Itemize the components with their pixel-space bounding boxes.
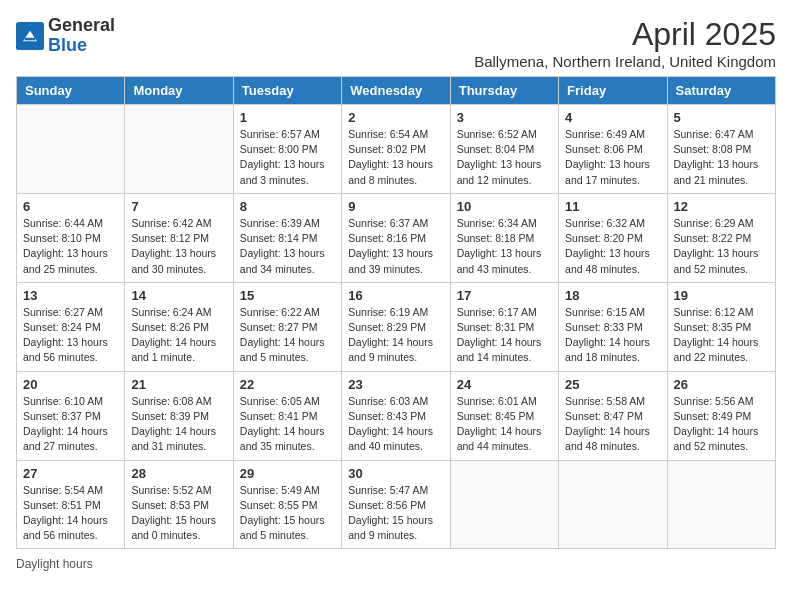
month-title: April 2025 [474, 16, 776, 53]
day-info: Sunrise: 6:01 AMSunset: 8:45 PMDaylight:… [457, 394, 552, 455]
calendar-week-row: 13Sunrise: 6:27 AMSunset: 8:24 PMDayligh… [17, 282, 776, 371]
day-info: Sunrise: 6:49 AMSunset: 8:06 PMDaylight:… [565, 127, 660, 188]
day-number: 6 [23, 199, 118, 214]
day-number: 30 [348, 466, 443, 481]
calendar-cell: 10Sunrise: 6:34 AMSunset: 8:18 PMDayligh… [450, 193, 558, 282]
day-number: 23 [348, 377, 443, 392]
calendar-cell: 19Sunrise: 6:12 AMSunset: 8:35 PMDayligh… [667, 282, 775, 371]
calendar-cell [17, 105, 125, 194]
calendar-cell: 27Sunrise: 5:54 AMSunset: 8:51 PMDayligh… [17, 460, 125, 549]
calendar-cell: 2Sunrise: 6:54 AMSunset: 8:02 PMDaylight… [342, 105, 450, 194]
day-info: Sunrise: 6:08 AMSunset: 8:39 PMDaylight:… [131, 394, 226, 455]
day-number: 14 [131, 288, 226, 303]
day-info: Sunrise: 6:52 AMSunset: 8:04 PMDaylight:… [457, 127, 552, 188]
day-number: 15 [240, 288, 335, 303]
day-number: 29 [240, 466, 335, 481]
calendar-week-row: 20Sunrise: 6:10 AMSunset: 8:37 PMDayligh… [17, 371, 776, 460]
logo-general-text: General [48, 15, 115, 35]
calendar-cell: 13Sunrise: 6:27 AMSunset: 8:24 PMDayligh… [17, 282, 125, 371]
day-info: Sunrise: 6:05 AMSunset: 8:41 PMDaylight:… [240, 394, 335, 455]
day-info: Sunrise: 6:17 AMSunset: 8:31 PMDaylight:… [457, 305, 552, 366]
day-info: Sunrise: 6:24 AMSunset: 8:26 PMDaylight:… [131, 305, 226, 366]
day-number: 9 [348, 199, 443, 214]
day-header-wednesday: Wednesday [342, 77, 450, 105]
day-number: 5 [674, 110, 769, 125]
calendar-cell: 4Sunrise: 6:49 AMSunset: 8:06 PMDaylight… [559, 105, 667, 194]
day-info: Sunrise: 6:15 AMSunset: 8:33 PMDaylight:… [565, 305, 660, 366]
calendar-header-row: SundayMondayTuesdayWednesdayThursdayFrid… [17, 77, 776, 105]
page-header: General Blue April 2025 Ballymena, North… [16, 16, 776, 70]
day-number: 20 [23, 377, 118, 392]
calendar-cell: 1Sunrise: 6:57 AMSunset: 8:00 PMDaylight… [233, 105, 341, 194]
calendar-cell: 16Sunrise: 6:19 AMSunset: 8:29 PMDayligh… [342, 282, 450, 371]
day-number: 18 [565, 288, 660, 303]
day-number: 19 [674, 288, 769, 303]
day-header-friday: Friday [559, 77, 667, 105]
day-number: 21 [131, 377, 226, 392]
calendar-cell: 15Sunrise: 6:22 AMSunset: 8:27 PMDayligh… [233, 282, 341, 371]
day-info: Sunrise: 6:42 AMSunset: 8:12 PMDaylight:… [131, 216, 226, 277]
day-number: 26 [674, 377, 769, 392]
svg-rect-2 [25, 38, 36, 41]
day-info: Sunrise: 6:29 AMSunset: 8:22 PMDaylight:… [674, 216, 769, 277]
calendar-cell: 18Sunrise: 6:15 AMSunset: 8:33 PMDayligh… [559, 282, 667, 371]
day-info: Sunrise: 6:37 AMSunset: 8:16 PMDaylight:… [348, 216, 443, 277]
day-info: Sunrise: 5:54 AMSunset: 8:51 PMDaylight:… [23, 483, 118, 544]
day-header-thursday: Thursday [450, 77, 558, 105]
calendar-cell: 5Sunrise: 6:47 AMSunset: 8:08 PMDaylight… [667, 105, 775, 194]
day-info: Sunrise: 6:12 AMSunset: 8:35 PMDaylight:… [674, 305, 769, 366]
calendar-cell: 3Sunrise: 6:52 AMSunset: 8:04 PMDaylight… [450, 105, 558, 194]
day-info: Sunrise: 5:58 AMSunset: 8:47 PMDaylight:… [565, 394, 660, 455]
day-number: 7 [131, 199, 226, 214]
calendar-cell: 24Sunrise: 6:01 AMSunset: 8:45 PMDayligh… [450, 371, 558, 460]
calendar-cell: 22Sunrise: 6:05 AMSunset: 8:41 PMDayligh… [233, 371, 341, 460]
day-number: 24 [457, 377, 552, 392]
day-info: Sunrise: 5:47 AMSunset: 8:56 PMDaylight:… [348, 483, 443, 544]
day-header-sunday: Sunday [17, 77, 125, 105]
day-info: Sunrise: 6:54 AMSunset: 8:02 PMDaylight:… [348, 127, 443, 188]
logo: General Blue [16, 16, 115, 56]
logo-blue-text: Blue [48, 35, 87, 55]
calendar-cell: 20Sunrise: 6:10 AMSunset: 8:37 PMDayligh… [17, 371, 125, 460]
day-info: Sunrise: 6:22 AMSunset: 8:27 PMDaylight:… [240, 305, 335, 366]
calendar-cell: 26Sunrise: 5:56 AMSunset: 8:49 PMDayligh… [667, 371, 775, 460]
day-info: Sunrise: 6:19 AMSunset: 8:29 PMDaylight:… [348, 305, 443, 366]
day-header-tuesday: Tuesday [233, 77, 341, 105]
day-info: Sunrise: 5:49 AMSunset: 8:55 PMDaylight:… [240, 483, 335, 544]
calendar-cell: 14Sunrise: 6:24 AMSunset: 8:26 PMDayligh… [125, 282, 233, 371]
day-info: Sunrise: 6:03 AMSunset: 8:43 PMDaylight:… [348, 394, 443, 455]
day-number: 4 [565, 110, 660, 125]
day-number: 11 [565, 199, 660, 214]
calendar-cell: 12Sunrise: 6:29 AMSunset: 8:22 PMDayligh… [667, 193, 775, 282]
day-number: 27 [23, 466, 118, 481]
calendar-cell [125, 105, 233, 194]
day-header-monday: Monday [125, 77, 233, 105]
day-info: Sunrise: 6:32 AMSunset: 8:20 PMDaylight:… [565, 216, 660, 277]
day-number: 8 [240, 199, 335, 214]
calendar-cell [559, 460, 667, 549]
calendar-cell: 7Sunrise: 6:42 AMSunset: 8:12 PMDaylight… [125, 193, 233, 282]
calendar-week-row: 6Sunrise: 6:44 AMSunset: 8:10 PMDaylight… [17, 193, 776, 282]
logo-icon [16, 22, 44, 50]
day-number: 13 [23, 288, 118, 303]
day-number: 3 [457, 110, 552, 125]
day-info: Sunrise: 6:39 AMSunset: 8:14 PMDaylight:… [240, 216, 335, 277]
footer-note: Daylight hours [16, 557, 776, 571]
day-info: Sunrise: 6:34 AMSunset: 8:18 PMDaylight:… [457, 216, 552, 277]
day-info: Sunrise: 6:27 AMSunset: 8:24 PMDaylight:… [23, 305, 118, 366]
day-number: 28 [131, 466, 226, 481]
calendar-cell: 21Sunrise: 6:08 AMSunset: 8:39 PMDayligh… [125, 371, 233, 460]
calendar-cell: 23Sunrise: 6:03 AMSunset: 8:43 PMDayligh… [342, 371, 450, 460]
day-info: Sunrise: 6:10 AMSunset: 8:37 PMDaylight:… [23, 394, 118, 455]
calendar-week-row: 27Sunrise: 5:54 AMSunset: 8:51 PMDayligh… [17, 460, 776, 549]
day-info: Sunrise: 6:57 AMSunset: 8:00 PMDaylight:… [240, 127, 335, 188]
title-block: April 2025 Ballymena, Northern Ireland, … [474, 16, 776, 70]
calendar-cell: 8Sunrise: 6:39 AMSunset: 8:14 PMDaylight… [233, 193, 341, 282]
calendar-cell [450, 460, 558, 549]
day-number: 25 [565, 377, 660, 392]
calendar-cell: 9Sunrise: 6:37 AMSunset: 8:16 PMDaylight… [342, 193, 450, 282]
day-number: 2 [348, 110, 443, 125]
calendar-cell: 6Sunrise: 6:44 AMSunset: 8:10 PMDaylight… [17, 193, 125, 282]
day-number: 22 [240, 377, 335, 392]
location-subtitle: Ballymena, Northern Ireland, United King… [474, 53, 776, 70]
